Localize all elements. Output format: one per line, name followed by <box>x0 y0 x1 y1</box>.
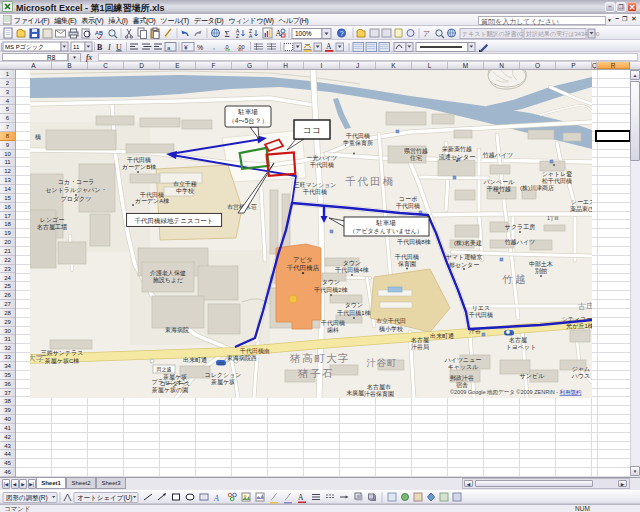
svg-text:千代田橋: 千代田橋 <box>394 253 419 261</box>
svg-text:サンビル: サンビル <box>520 373 545 379</box>
svg-text:コレクション: コレクション <box>205 372 242 378</box>
svg-text:千代田橋: 千代田橋 <box>395 202 420 210</box>
svg-text:.0: .0 <box>224 43 229 49</box>
svg-text:薬品東(支: 薬品東(支 <box>570 205 592 213</box>
svg-text:学童保育所: 学童保育所 <box>343 139 373 146</box>
svg-text:三旺マンション: 三旺マンション <box>294 182 337 188</box>
svg-text:保育園: 保育園 <box>398 260 416 268</box>
svg-text:千代田橋: 千代田橋 <box>302 188 327 196</box>
svg-text:都センター: 都センター <box>449 262 479 269</box>
svg-text:田之盛: 田之盛 <box>157 366 172 373</box>
svg-text:11: 11 <box>73 44 80 50</box>
svg-text:竹越: 竹越 <box>502 274 528 285</box>
svg-text:I: I <box>107 42 111 51</box>
svg-text:千代田橋店: 千代田橋店 <box>287 264 320 272</box>
svg-text:U: U <box>116 42 122 51</box>
svg-text:中学校: 中学校 <box>176 188 194 194</box>
svg-text:サクラ工房: サクラ工房 <box>505 223 535 230</box>
svg-text:市立千種: 市立千種 <box>173 180 197 188</box>
svg-text:A: A <box>213 493 219 502</box>
svg-text:歯科: 歯科 <box>327 327 339 333</box>
svg-text:,: , <box>213 43 215 50</box>
svg-text:ヤマト運輸京: ヤマト運輸京 <box>446 253 482 261</box>
svg-text:オートシェイプ(U): オートシェイプ(U) <box>77 494 132 502</box>
svg-text:千代田橋南: 千代田橋南 <box>239 347 270 355</box>
svg-text:215: 215 <box>218 361 225 366</box>
svg-text:中部土木: 中部土木 <box>529 260 553 268</box>
svg-text:介護老人保健: 介護老人保健 <box>150 270 186 277</box>
svg-text:ガーデンA棟: ガーデンA棟 <box>135 198 169 204</box>
svg-text:東海病院西: 東海病院西 <box>227 354 257 362</box>
svg-text:千代田橋: 千代田橋 <box>309 161 334 169</box>
svg-text:流通センター: 流通センター <box>439 153 475 161</box>
svg-text:名古屋工場: 名古屋工場 <box>37 223 67 231</box>
svg-text:A: A <box>298 493 304 502</box>
svg-text:千代田橋2棟: 千代田橋2棟 <box>313 286 347 294</box>
svg-text:%: % <box>197 43 203 50</box>
svg-text:ガーデンB棟: ガーデンB棟 <box>122 164 156 170</box>
svg-text:駐車場: 駐車場 <box>375 219 396 227</box>
svg-text:千代田橋: 千代田橋 <box>345 176 395 187</box>
svg-text:出来町通: 出来町通 <box>430 332 454 339</box>
svg-text:（4〜5台？）: （4〜5台？） <box>228 117 268 125</box>
svg-text:県営竹越: 県営竹越 <box>404 148 428 155</box>
svg-text:松千代田橋: 松千代田橋 <box>542 177 572 185</box>
svg-text:古庄: 古庄 <box>577 302 592 311</box>
svg-text:ジャム: ジャム <box>572 366 590 372</box>
svg-text:千代田橋: 千代田橋 <box>468 311 493 319</box>
svg-text:¥: ¥ <box>184 43 188 50</box>
svg-text:三姓サンテラス: 三姓サンテラス <box>41 349 84 356</box>
svg-text:宿舎: 宿舎 <box>456 381 468 389</box>
svg-text:竹越ハイツ: 竹越ハイツ <box>483 152 513 159</box>
svg-text:出来町通: 出来町通 <box>183 356 207 363</box>
svg-text:キャッスル: キャッスル <box>448 364 480 370</box>
svg-text:©2009 Google 地図データ ©2009 ZENRI: ©2009 Google 地図データ ©2009 ZENRIN - 利用規約 <box>450 389 582 396</box>
svg-text:アピタ: アピタ <box>293 256 313 263</box>
svg-text:汁谷町: 汁谷町 <box>366 358 398 368</box>
svg-text:Σ: Σ <box>225 28 230 38</box>
svg-text:茶屋ケ坂: 茶屋ケ坂 <box>211 379 235 385</box>
svg-text:ココ: ココ <box>303 125 321 135</box>
svg-text:栄新薬竹越: 栄新薬竹越 <box>442 145 472 153</box>
svg-text:千代田橋1棟: 千代田橋1棟 <box>336 309 370 317</box>
svg-text:プロダクツ: プロダクツ <box>61 196 92 202</box>
svg-text:ハウス: ハウス <box>571 373 590 379</box>
svg-text:千代田橋: 千代田橋 <box>126 156 151 164</box>
svg-text:茶屋ケ坂C棟: 茶屋ケ坂C棟 <box>45 358 79 364</box>
svg-text:シーエス: シーエス <box>571 199 592 205</box>
svg-text:汁谷保育園: 汁谷保育園 <box>364 390 394 398</box>
svg-text:ハイツニュー: ハイツニュー <box>444 357 482 363</box>
svg-text:名古屋: 名古屋 <box>509 337 527 344</box>
svg-text:別館: 別館 <box>535 267 547 275</box>
svg-text:名古屋: 名古屋 <box>411 337 429 344</box>
svg-text:タウン: タウン <box>345 302 363 308</box>
svg-text:?: ? <box>340 29 344 36</box>
svg-text:東海病院: 東海病院 <box>165 326 189 334</box>
svg-text:駐車場: 駐車場 <box>237 108 258 116</box>
svg-text:千代田橋8棟: 千代田橋8棟 <box>396 238 430 246</box>
svg-text:コカ・コーラ: コカ・コーラ <box>58 179 95 185</box>
svg-text:MS Pゴシック: MS Pゴシック <box>5 44 44 50</box>
svg-text:末廣屋: 末廣屋 <box>346 389 364 396</box>
svg-text:茶屋ケ坂の園: 茶屋ケ坂の園 <box>152 387 188 394</box>
svg-text:住宅: 住宅 <box>410 154 422 161</box>
svg-text:リエス: リエス <box>472 305 490 312</box>
svg-text:A: A <box>249 33 253 39</box>
svg-text:汁谷局: 汁谷局 <box>411 344 429 351</box>
svg-text:1丁目: 1丁目 <box>547 216 559 221</box>
svg-text:千種竹越: 千種竹越 <box>486 185 511 193</box>
svg-text:光が丘1棟: 光が丘1棟 <box>565 323 592 330</box>
svg-text:郵政汁谷: 郵政汁谷 <box>450 374 474 382</box>
svg-text:図形の調整(R): 図形の調整(R) <box>6 494 48 502</box>
svg-text:Z: Z <box>236 33 239 39</box>
svg-text:セントラルジャパン・: セントラルジャパン・ <box>45 187 106 193</box>
svg-text:一光ハイツ: 一光ハイツ <box>307 155 337 162</box>
svg-text:トヨペット: トヨペット <box>506 344 537 350</box>
svg-text:千代田橋4棟: 千代田橋4棟 <box>334 266 368 274</box>
svg-text:タウン: タウン <box>322 279 340 285</box>
svg-text:猪子石: 猪子石 <box>298 368 334 379</box>
svg-text:B: B <box>97 42 103 51</box>
svg-text:(株)名美建: (株)名美建 <box>454 239 482 247</box>
svg-text:橋小学校: 橋小学校 <box>379 326 403 332</box>
svg-text:（アピタさんすいません）: （アピタさんすいません） <box>349 228 422 235</box>
